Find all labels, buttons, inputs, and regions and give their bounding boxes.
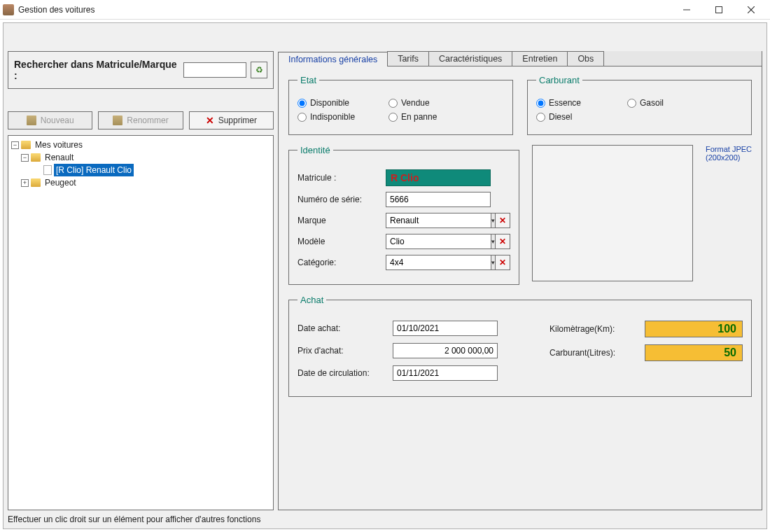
folder-icon (113, 115, 122, 125)
matricule-value: R Clio (391, 172, 419, 183)
tree-item-label: [R Clio] Renault Clio (54, 164, 134, 176)
tree-item-label: Renault (43, 151, 76, 164)
modele-clear-button[interactable]: ✕ (495, 234, 510, 249)
prix-label: Prix d'achat: (298, 346, 388, 356)
photo-placeholder[interactable] (532, 145, 693, 281)
tab-informations-generales[interactable]: Informations générales (278, 52, 388, 66)
prix-input[interactable] (393, 343, 498, 358)
matricule-label: Matricule : (298, 173, 382, 183)
radio-label: Essence (549, 98, 581, 108)
tabs-bar: Informations générales Tarifs Caractéris… (278, 51, 762, 66)
tab-caracteristiques[interactable]: Caractéristiques (428, 51, 512, 66)
date-achat-input[interactable] (393, 321, 498, 336)
litres-value[interactable]: 50 (645, 344, 743, 361)
numserie-input[interactable] (386, 192, 491, 207)
radio-label: En panne (401, 112, 437, 122)
categorie-label: Catégorie: (298, 258, 382, 267)
date-circulation-label: Date de circulation: (298, 368, 388, 378)
radio-enpanne-input[interactable] (388, 113, 398, 122)
rename-button-label: Renommer (127, 115, 168, 125)
tab-entretien[interactable]: Entretien (512, 51, 568, 66)
svg-rect-1 (716, 6, 722, 13)
km-label: Kilomètrage(Km): (550, 324, 640, 334)
radio-label: Disponible (310, 98, 349, 108)
matricule-field[interactable]: R Clio (386, 169, 491, 186)
modele-combo[interactable]: ▾ (386, 234, 491, 249)
new-button-label: Nouveau (41, 115, 74, 125)
window-title: Gestion des voitures (18, 5, 94, 15)
refresh-icon: ♻ (255, 65, 263, 75)
carburant-group: Carburant Essence Gasoil (527, 75, 752, 135)
close-button[interactable] (735, 0, 767, 20)
litres-label: Carburant(Litres): (550, 348, 640, 358)
tab-body: Etat Disponible Vendue (279, 66, 762, 510)
photo-hint-line2: (200x200) (706, 153, 752, 162)
close-icon (748, 6, 755, 13)
radio-gasoil[interactable]: Gasoil (627, 98, 700, 108)
etat-legend: Etat (298, 75, 319, 85)
identite-legend: Identité (298, 145, 333, 155)
radio-disponible[interactable]: Disponible (298, 98, 370, 108)
marque-clear-button[interactable]: ✕ (495, 213, 510, 228)
radio-essence-input[interactable] (536, 99, 545, 108)
document-icon (43, 165, 52, 175)
tree-root-label: Mes voitures (33, 139, 85, 151)
radio-disponible-input[interactable] (298, 99, 307, 108)
tree-view[interactable]: − Mes voitures − Renault [R Clio] Renaul… (8, 135, 274, 510)
new-button[interactable]: Nouveau (8, 111, 92, 130)
radio-diesel-input[interactable] (536, 113, 545, 122)
folder-icon (31, 153, 41, 162)
folder-icon (21, 141, 31, 149)
tab-obs[interactable]: Obs (567, 51, 604, 66)
radio-essence[interactable]: Essence (536, 98, 609, 108)
search-panel: Rechercher dans Matricule/Marque : ♻ (8, 51, 274, 89)
radio-indisponible[interactable]: Indisponible (298, 112, 370, 122)
cross-icon: ✕ (499, 216, 506, 225)
client-area: Rechercher dans Matricule/Marque : ♻ Nou… (3, 22, 767, 529)
tabs-container: Informations générales Tarifs Caractéris… (278, 51, 762, 510)
minimize-button[interactable] (671, 0, 703, 20)
radio-vendue[interactable]: Vendue (388, 98, 461, 108)
radio-gasoil-input[interactable] (627, 99, 636, 108)
tree-item-renault[interactable]: − Renault (11, 151, 270, 164)
marque-label: Marque (298, 216, 382, 225)
marque-input[interactable] (386, 213, 491, 228)
numserie-label: Numéro de série: (298, 195, 382, 204)
achat-group: Achat Date achat: Prix d'achat: (288, 295, 752, 397)
modele-input[interactable] (386, 234, 491, 249)
categorie-combo[interactable]: ▾ (386, 255, 491, 270)
expand-icon[interactable]: + (21, 179, 29, 187)
radio-enpanne[interactable]: En panne (388, 112, 461, 122)
cross-icon: ✕ (206, 115, 214, 126)
categorie-input[interactable] (386, 255, 491, 270)
delete-button[interactable]: ✕ Supprimer (189, 111, 274, 130)
km-value[interactable]: 100 (645, 321, 743, 337)
photo-hint: Format JPEC (200x200) (706, 145, 752, 295)
marque-combo[interactable]: ▾ (386, 213, 491, 228)
tree-item-clio[interactable]: [R Clio] Renault Clio (11, 164, 270, 176)
radio-indisponible-input[interactable] (298, 113, 307, 122)
tree-spacer (34, 167, 41, 174)
radio-label: Vendue (401, 98, 430, 108)
delete-button-label: Supprimer (218, 115, 257, 125)
collapse-icon[interactable]: − (21, 154, 29, 162)
search-label: Rechercher dans Matricule/Marque : (14, 59, 179, 81)
search-input[interactable] (183, 62, 246, 78)
maximize-button[interactable] (703, 0, 735, 20)
tab-tarifs[interactable]: Tarifs (387, 51, 429, 66)
refresh-button[interactable]: ♻ (251, 62, 267, 78)
radio-diesel[interactable]: Diesel (536, 112, 609, 122)
date-circulation-input[interactable] (393, 365, 498, 381)
tree-item-peugeot[interactable]: + Peugeot (11, 176, 270, 189)
radio-vendue-input[interactable] (388, 99, 398, 108)
modele-label: Modèle (298, 237, 382, 246)
actions-row: Nouveau Renommer ✕ Supprimer (8, 111, 274, 130)
collapse-icon[interactable]: − (11, 141, 19, 149)
folder-icon (31, 178, 41, 187)
app-icon (3, 4, 14, 15)
tree-root[interactable]: − Mes voitures (11, 139, 270, 151)
cross-icon: ✕ (499, 258, 506, 267)
rename-button[interactable]: Renommer (98, 111, 183, 130)
carburant-legend: Carburant (536, 75, 582, 85)
categorie-clear-button[interactable]: ✕ (495, 255, 510, 270)
